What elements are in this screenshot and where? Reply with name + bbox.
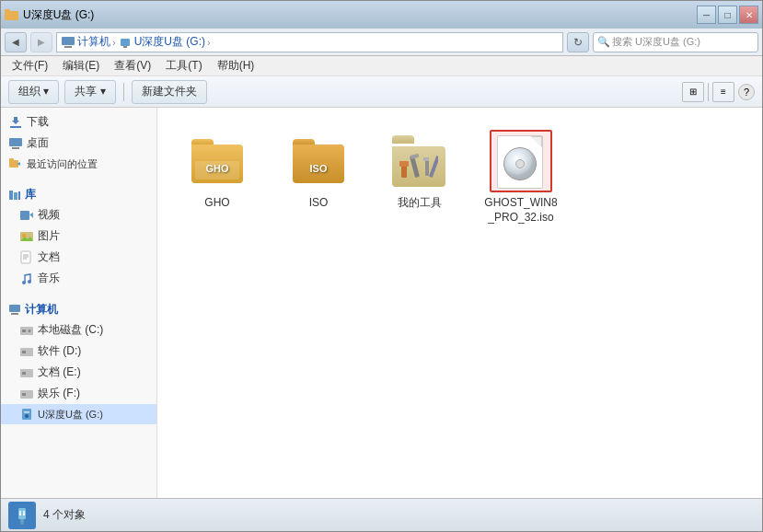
- sidebar-item-drive-e[interactable]: 文档 (E:): [1, 362, 156, 383]
- svg-rect-46: [429, 156, 438, 178]
- folder-iso-shape: ISO: [293, 139, 344, 183]
- usb-drive-icon: [118, 35, 133, 50]
- sidebar-item-documents[interactable]: 文档: [1, 247, 156, 268]
- music-icon: [19, 272, 34, 286]
- menu-help[interactable]: 帮助(H): [210, 56, 262, 75]
- file-label-iso-file: GHOST_WIN8_PRO_32.iso: [483, 196, 559, 225]
- desktop-icon: [8, 136, 23, 151]
- svg-rect-34: [22, 372, 26, 375]
- usb-status-icon: [8, 502, 36, 529]
- refresh-button[interactable]: ↻: [567, 32, 589, 52]
- address-bar: ◀ ▶ 计算机 › U深度U盘 (G:) › ↻ 🔍 搜索 U深度U盘: [1, 29, 762, 56]
- drive-c-icon: [19, 323, 34, 338]
- sidebar-item-drive-g[interactable]: U深度U盘 (G:): [1, 404, 156, 424]
- svg-rect-29: [22, 330, 26, 332]
- svg-rect-53: [23, 514, 25, 515]
- file-icon-gho: GHO: [186, 130, 249, 192]
- sidebar-item-download[interactable]: 下载: [1, 111, 156, 133]
- new-folder-button[interactable]: 新建文件夹: [132, 80, 207, 104]
- menu-tools[interactable]: 工具(T): [158, 56, 209, 75]
- svg-point-18: [22, 234, 26, 237]
- drive-e-icon: [19, 365, 34, 380]
- list-item[interactable]: ISO ISO: [277, 126, 360, 214]
- drive-f-icon: [19, 387, 34, 401]
- folder-gho-shape: GHO: [191, 139, 243, 183]
- breadcrumb-drive[interactable]: U深度U盘 (G:): [134, 34, 205, 50]
- address-field[interactable]: 计算机 › U深度U盘 (G:) ›: [56, 32, 563, 52]
- sidebar-item-drive-f[interactable]: 娱乐 (F:): [1, 383, 156, 404]
- sidebar-library-label: 库: [1, 181, 156, 204]
- iso-file-shape: [497, 133, 545, 189]
- search-box[interactable]: 🔍 搜索 U深度U盘 (G:): [593, 32, 758, 52]
- computer-icon: [61, 35, 75, 50]
- sidebar-spacer-2: [1, 289, 156, 296]
- view-detail-button[interactable]: ≡: [712, 82, 734, 102]
- sidebar-item-drive-d[interactable]: 软件 (D:): [1, 341, 156, 362]
- status-bar: 4 个对象: [1, 498, 762, 531]
- search-icon: 🔍: [597, 36, 610, 48]
- minimize-button[interactable]: ─: [697, 6, 716, 24]
- svg-point-24: [22, 281, 26, 284]
- sidebar-item-pictures[interactable]: 图片: [1, 226, 156, 247]
- menu-edit[interactable]: 编辑(E): [55, 56, 107, 75]
- svg-marker-16: [29, 213, 33, 218]
- sidebar-item-drive-c[interactable]: 本地磁盘 (C:): [1, 319, 156, 341]
- svg-rect-52: [19, 514, 21, 515]
- documents-icon: [19, 250, 34, 265]
- breadcrumb-computer[interactable]: 计算机: [77, 34, 110, 50]
- list-item[interactable]: GHO GHO: [176, 126, 259, 214]
- menu-view[interactable]: 查看(V): [107, 56, 158, 75]
- svg-rect-4: [121, 39, 130, 46]
- toolbar-separator: [123, 83, 124, 101]
- svg-point-30: [29, 330, 31, 332]
- list-item[interactable]: GHOST_WIN8_PRO_32.iso: [480, 126, 562, 228]
- view-icons-button[interactable]: ⊞: [682, 82, 704, 102]
- share-button[interactable]: 共享 ▾: [64, 80, 115, 104]
- help-button[interactable]: ?: [738, 84, 755, 100]
- file-icon-tools: [388, 130, 451, 192]
- svg-rect-8: [9, 138, 22, 146]
- svg-rect-9: [12, 147, 19, 149]
- back-button[interactable]: ◀: [5, 32, 27, 52]
- main-content: 下载 桌面 最近访问的位置: [1, 108, 762, 498]
- svg-point-25: [28, 280, 31, 283]
- sidebar-item-recent[interactable]: 最近访问的位置: [1, 154, 156, 174]
- pictures-icon: [19, 229, 34, 244]
- organize-button[interactable]: 组织 ▾: [8, 80, 59, 104]
- view-sep: [708, 83, 709, 101]
- drive-d-icon: [19, 344, 34, 359]
- sidebar-computer-label: 计算机: [1, 296, 156, 319]
- menu-file[interactable]: 文件(F): [5, 56, 55, 75]
- toolbar-right: ⊞ ≡ ?: [682, 82, 755, 102]
- forward-button[interactable]: ▶: [30, 32, 52, 52]
- recent-icon: [8, 156, 23, 171]
- svg-rect-14: [18, 191, 20, 200]
- svg-rect-36: [22, 393, 26, 396]
- library-icon: [8, 189, 21, 202]
- svg-rect-32: [22, 351, 26, 353]
- svg-rect-13: [14, 192, 17, 200]
- svg-rect-27: [11, 313, 18, 315]
- svg-point-49: [20, 521, 24, 525]
- list-item[interactable]: 我的工具: [378, 126, 461, 214]
- svg-point-39: [25, 414, 29, 418]
- window: U深度U盘 (G:) ─ □ ✕ ◀ ▶ 计算机 › U深度U: [0, 0, 763, 532]
- svg-rect-6: [10, 126, 21, 128]
- file-label-tools: 我的工具: [398, 196, 442, 211]
- sidebar-item-desktop[interactable]: 桌面: [1, 133, 156, 154]
- title-text: U深度U盘 (G:): [23, 7, 94, 23]
- file-icon-iso-folder: ISO: [287, 130, 350, 192]
- svg-rect-26: [9, 305, 20, 312]
- svg-marker-45: [423, 157, 429, 161]
- close-button[interactable]: ✕: [739, 6, 758, 24]
- sidebar-item-music[interactable]: 音乐: [1, 268, 156, 289]
- menu-bar: 文件(F) 编辑(E) 查看(V) 工具(T) 帮助(H): [1, 56, 762, 76]
- sidebar-item-video[interactable]: 视频: [1, 204, 156, 226]
- download-icon: [8, 115, 23, 130]
- svg-rect-3: [64, 46, 72, 48]
- maximize-button[interactable]: □: [718, 6, 737, 24]
- status-count: 4 个对象: [43, 507, 86, 523]
- breadcrumb: 计算机 › U深度U盘 (G:) ›: [61, 34, 559, 50]
- file-label-gho: GHO: [204, 196, 229, 211]
- svg-rect-11: [9, 158, 14, 162]
